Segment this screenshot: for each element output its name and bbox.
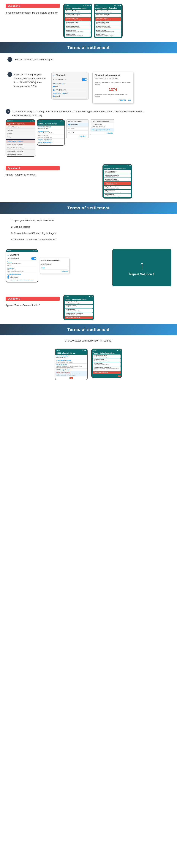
obd2-bt-onoff: Bluetooth On/Off Only if BT was already … (37, 134, 65, 138)
menu-dash-inst[interactable]: Dash installation settings (6, 146, 35, 150)
cancel-button[interactable]: CANCEL (119, 99, 126, 101)
repeat-section: 12:00▲▼■ ⟁ Bluetooth Turn on Bluetooth T… (0, 246, 177, 291)
terms2-item4: 4. Open the Torque.Then repeat solution … (11, 237, 166, 243)
terms3-text: Choose faster communication in "setting" (0, 335, 177, 346)
menu-obd2-adapter[interactable]: OBD2 Adapter Settings (6, 140, 35, 143)
bt-toggle[interactable] (82, 78, 87, 81)
bottom-screenshots: 12:00▲▼■ OBD2 Adapter Settings Connectio… (0, 346, 177, 386)
adapter-row-ecu2: Connection to ECU The adapter talk OK to… (95, 18, 121, 21)
device2-name: 小米手机(auto) (55, 89, 67, 91)
section1-container: Question 1 If you meet the problem like … (0, 0, 177, 42)
bt-header: ⟁ Bluetooth (53, 74, 87, 77)
step-text-3: 3. Open your Torque---setting---OBD2 Ada… (12, 109, 171, 118)
menu-data-logging[interactable]: Data Logging & Upload (6, 143, 35, 146)
device3-name: OBDii (55, 95, 60, 97)
bt-list-device1[interactable]: 小米手机(auto) [34:80:B3:D4:5E:58] (91, 123, 114, 128)
menu-general-prefs[interactable]: General Preferences (6, 125, 35, 129)
step-text-2: Open the "setting" of your android,and s… (14, 72, 48, 88)
bluetooth-section: 2 Open the "setting" of your android,and… (0, 70, 177, 107)
phone-screen-2: 12:00▲▼ WiFi ■ Adapter Status Informatio… (94, 4, 123, 38)
ok-button[interactable]: OK (128, 99, 131, 101)
torque-phone-1: TORQUE▲▼■ Engine Monitor (Torque) Genera… (6, 119, 35, 157)
bluetooth-icon: ⟁ (53, 74, 55, 77)
question3-text: Appear "Faster Communication" (6, 304, 60, 307)
repeat-popup-cancel[interactable]: CANCEL (41, 270, 68, 272)
conn-bluetooth[interactable]: Bluetooth (67, 123, 88, 127)
obd2-header: OBD2 Adapter Settings (37, 122, 65, 126)
bt-list-cancel[interactable]: CANCEL (91, 131, 114, 135)
connection-popup-group: Connection settings Bluetooth WiFi USB C… (66, 119, 89, 138)
phone-screen-1: 12:00▲▼ WiFi ■ Adapter Status Informatio… (64, 4, 92, 38)
terms2-item2: 2. Exit the Torque (11, 224, 166, 230)
obd2-bt-device[interactable]: Choose Bluetooth Device (39, 132, 64, 134)
terms-header-2: Terms of settlement (0, 202, 177, 214)
adapter-row-conn: Connection to adapter The adapter talk O… (65, 13, 91, 17)
menu-plugins[interactable]: Plugins (6, 132, 35, 135)
step-number-2: 2 (7, 72, 12, 77)
question2-screenshots: 12:00▲▼■ Adapter Status Information Blue… (64, 164, 171, 198)
obd2-conn-type[interactable]: Connection Type (39, 128, 64, 129)
repeat-arrow-box: ↑ Repeat Solution 1 (112, 249, 171, 286)
terms-header-1: Terms of settlement (0, 42, 177, 53)
repeat-label: Repeat Solution 1 (129, 273, 154, 276)
dialog-text2: You may also need to align this PIN on t… (95, 81, 131, 86)
menu-manage-pids[interactable]: Manage PIDs/Sensors (6, 153, 35, 156)
question2-badge: Question 2 (6, 166, 60, 170)
obd2-faster: Faster communication Only if BT was alre… (37, 141, 65, 145)
radio-usb (68, 132, 70, 133)
dialog-buttons: CANCEL OK (95, 99, 131, 101)
bt-list-device2[interactable]: OBDII [AA:BB:CC:11:22:33] (91, 128, 114, 131)
adapter-card-2: Adapter Status Information Bluetooth Ena… (94, 6, 122, 38)
available-label: AVAILABLE DEVICES (53, 93, 87, 94)
obd2-elm: ELM3xx at preference (37, 138, 65, 141)
bottom-adapter-phone: 12:00▲▼■ Adapter Status Information Adap… (91, 348, 122, 378)
bottom-step-2-badge: 2 (118, 375, 121, 377)
bt-device-list-group: Paired Bluetooth device 小米手机(auto) [34:8… (90, 119, 115, 135)
connection-type-list: Connection settings Bluetooth WiFi USB C… (66, 119, 89, 138)
adapter-row-notes2: Adapter Notes Additional about the OBD2 … (95, 33, 121, 37)
adapter-row-err2: Adapter Error Count This should say 0... (95, 21, 121, 25)
step-number-1: 1 (7, 57, 12, 62)
dialog-title: Bluetooth pairing request (95, 74, 131, 76)
bottom-obd2-phone: 12:00▲▼■ OBD2 Adapter Settings Connectio… (55, 348, 87, 380)
conn-cancel-btn[interactable]: CANCEL (67, 134, 88, 138)
bt-device-row-1[interactable]: OBD| (53, 85, 87, 88)
divider-1 (53, 82, 87, 82)
obd2-conn-section: Connection settings Connection Type (37, 126, 65, 130)
menu-speech[interactable]: Speech/Alarm Settings (6, 150, 35, 153)
terms-header-3: Terms of settlement (0, 324, 177, 335)
adapter-row-conn2: Connection to adapter The adapter talk O… (95, 13, 121, 17)
turn-on-label: Turn on Bluetooth (53, 79, 66, 81)
radio-avail-repeat (7, 275, 9, 277)
radio-unselected (53, 89, 55, 91)
dialog-text3: Allow OBD to access your contacts and ca… (95, 93, 131, 98)
bottom-bt-device[interactable]: Reconnect bluetooth device (56, 361, 86, 363)
adapter-title-2: Adapter Status Information (95, 7, 121, 9)
status-bar-2: 12:00▲▼ WiFi ■ (94, 4, 122, 6)
paired-label: PAIRED DEVICES (53, 83, 87, 85)
bt-device-row-3[interactable]: OBDii (53, 95, 87, 98)
menu-units[interactable]: Units (6, 135, 35, 139)
step-2-container: 2 Open the "setting" of your android,and… (7, 72, 48, 88)
bt-toggle-repeat[interactable] (31, 257, 36, 260)
step-number-3: 3 (6, 109, 10, 114)
question3-screenshots: 12:00▲▼■ Adapter Status Information Adap… (64, 295, 171, 320)
adapter-row-ecu: Connection to ECU The adapter talk OK to… (65, 18, 91, 21)
step-text-1: Exit the software, and enter it again (15, 57, 53, 62)
bottom-conn-type[interactable]: Connection Type (56, 357, 86, 359)
question1-text: If you meet the problem like the picture… (6, 11, 60, 15)
bt-device-row-2[interactable]: 小米手机(auto) (53, 88, 87, 92)
obd2-settings: Connection settings Connection Type Blue… (37, 126, 65, 145)
torque-screenshots: TORQUE▲▼■ Engine Monitor (Torque) Genera… (6, 119, 171, 157)
terms2-item3: 3. Plug out the elm327 and plug in it ag… (11, 230, 166, 237)
adapter-row-mfr: Adapter Manufacturer This made the OBD2 … (65, 25, 91, 29)
conn-wifi[interactable]: WiFi (67, 127, 88, 130)
q3-phone: 12:00▲▼■ Adapter Status Information Adap… (64, 295, 94, 320)
radio-selected (53, 86, 55, 87)
bluetooth-phone-mock: ⟁ Bluetooth Turn on Bluetooth PAIRED DEV… (51, 72, 89, 99)
conn-usb[interactable]: USB (67, 130, 88, 134)
radio-avail-repeat2 (7, 277, 9, 279)
bt-list-title: Paired Bluetooth device (91, 120, 114, 123)
menu-themes[interactable]: Themes (6, 129, 35, 132)
question2-section: Question 2 Appear "Adapter Error count" … (0, 160, 177, 202)
